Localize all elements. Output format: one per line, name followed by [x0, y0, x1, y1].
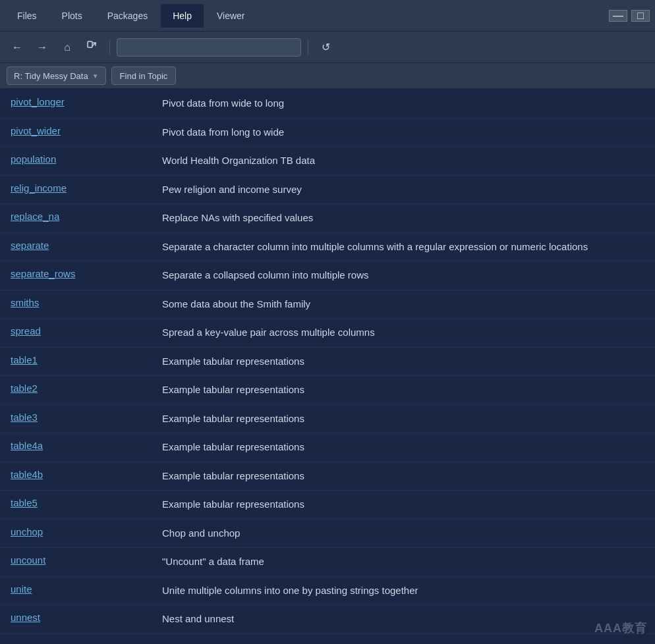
function-link[interactable]: table3	[11, 412, 38, 423]
find-in-topic-label: Find in Topic	[120, 71, 168, 81]
description-cell: Separate a character column into multipl…	[152, 232, 655, 261]
table-row: table2Example tabular representations	[0, 376, 655, 405]
tab-files[interactable]: Files	[5, 4, 49, 28]
description-text: Example tabular representations	[162, 441, 304, 452]
function-cell: relig_income	[0, 175, 152, 204]
function-cell: table4a	[0, 433, 152, 462]
description-text: Pew religion and income survey	[162, 184, 302, 195]
table-row: smithsSome data about the Smith family	[0, 290, 655, 319]
description-text: Nest and unnest	[162, 613, 234, 624]
function-cell: spread	[0, 319, 152, 348]
function-cell: population	[0, 147, 152, 176]
function-cell: pivot_wider	[0, 118, 152, 147]
function-link[interactable]: relig_income	[11, 182, 67, 194]
function-link[interactable]: pivot_longer	[11, 96, 65, 107]
function-link[interactable]: table4b	[11, 469, 43, 480]
function-link[interactable]: unnest	[11, 612, 40, 623]
function-cell: separate_rows	[0, 261, 152, 290]
function-cell: replace_na	[0, 204, 152, 233]
description-text: "Uncount" a data frame	[162, 556, 264, 567]
function-link[interactable]: smiths	[11, 297, 39, 308]
maximize-button[interactable]: □	[631, 10, 650, 22]
function-link[interactable]: unite	[11, 583, 32, 595]
home-button[interactable]: ⌂	[57, 38, 78, 57]
tab-plots[interactable]: Plots	[50, 4, 94, 28]
function-link[interactable]: pivot_wider	[11, 125, 61, 136]
table-row: populationWorld Health Organization TB d…	[0, 147, 655, 176]
description-cell: World Health Organization TB data	[152, 147, 655, 176]
watermark: AAA教育	[594, 620, 647, 636]
table-row: unchopChop and unchop	[0, 519, 655, 548]
find-in-topic-button[interactable]: Find in Topic	[111, 67, 177, 85]
table-row: separateSeparate a character column into…	[0, 232, 655, 261]
description-text: Spread a key-value pair across multiple …	[162, 327, 375, 338]
back-button[interactable]: ←	[7, 38, 28, 57]
function-link[interactable]: table1	[11, 354, 38, 365]
function-link[interactable]: separate_rows	[11, 268, 75, 279]
toolbar-separator-2	[308, 40, 308, 55]
table-row: uniteUnite multiple columns into one by …	[0, 576, 655, 605]
function-cell: table2	[0, 376, 152, 405]
description-cell: Pivot data from long to wide	[152, 118, 655, 147]
refresh-button[interactable]: ↺	[315, 38, 336, 57]
help-content: pivot_longerPivot data from wide to long…	[0, 90, 655, 644]
table-row: table3Example tabular representations	[0, 404, 655, 433]
description-cell: Example tabular representations	[152, 433, 655, 462]
description-text: Example tabular representations	[162, 384, 304, 395]
export-button[interactable]	[82, 38, 103, 57]
function-cell: table1	[0, 347, 152, 376]
description-text: Separate a character column into multipl…	[162, 241, 588, 252]
forward-button[interactable]: →	[32, 38, 53, 57]
description-cell: Example tabular representations	[152, 462, 655, 491]
function-cell: pivot_longer	[0, 90, 152, 118]
function-link[interactable]: spread	[11, 325, 41, 336]
description-text: Replace NAs with specified values	[162, 212, 313, 223]
tab-viewer[interactable]: Viewer	[205, 4, 257, 28]
function-link[interactable]: unchop	[11, 526, 43, 537]
refresh-icon: ↺	[322, 41, 330, 53]
description-cell: Spread a key-value pair across multiple …	[152, 319, 655, 348]
table-row: relig_incomePew religion and income surv…	[0, 175, 655, 204]
description-text: Example tabular representations	[162, 413, 304, 424]
address-bar: R: Tidy Messy Data ▼ Find in Topic	[0, 63, 655, 90]
minimize-button[interactable]: —	[609, 10, 627, 22]
table-row: spreadSpread a key-value pair across mul…	[0, 319, 655, 348]
description-text: World Health Organization TB data	[162, 155, 315, 166]
breadcrumb-button[interactable]: R: Tidy Messy Data ▼	[7, 67, 106, 85]
tab-packages[interactable]: Packages	[96, 4, 159, 28]
description-text: Example tabular representations	[162, 498, 304, 510]
description-text: Example tabular representations	[162, 470, 304, 481]
toolbar-separator	[109, 40, 110, 55]
description-cell: Some data about the Smith family	[152, 290, 655, 319]
tab-bar: Files Plots Packages Help Viewer — □	[0, 0, 655, 32]
function-link[interactable]: replace_na	[11, 211, 59, 222]
function-link[interactable]: table2	[11, 383, 38, 394]
description-cell: Nest and unnest	[152, 605, 655, 634]
search-input[interactable]	[117, 38, 301, 57]
table-row: pivot_widerPivot data from long to wide	[0, 118, 655, 147]
function-link[interactable]: uncount	[11, 554, 45, 566]
description-text: Example tabular representations	[162, 356, 304, 367]
description-cell: Example tabular representations	[152, 404, 655, 433]
window-controls: — □	[609, 10, 650, 22]
home-icon: ⌂	[64, 41, 71, 53]
function-cell: smiths	[0, 290, 152, 319]
chevron-down-icon: ▼	[92, 72, 99, 80]
minimize-icon: —	[613, 10, 623, 22]
description-text: Unite multiple columns into one by pasti…	[162, 585, 418, 596]
function-link[interactable]: population	[11, 153, 56, 165]
svg-rect-0	[88, 41, 92, 47]
function-cell: unchop	[0, 519, 152, 548]
function-link[interactable]: table4a	[11, 440, 43, 451]
table-row: replace_naReplace NAs with specified val…	[0, 204, 655, 233]
table-row: table4bExample tabular representations	[0, 462, 655, 491]
description-text: Pivot data from wide to long	[162, 97, 284, 109]
function-link[interactable]: separate	[11, 240, 49, 251]
table-row: unnestNest and unnest	[0, 605, 655, 634]
function-cell: separate	[0, 232, 152, 261]
back-icon: ←	[12, 41, 22, 53]
table-row: uncount"Uncount" a data frame	[0, 548, 655, 577]
tab-help[interactable]: Help	[161, 4, 204, 28]
function-link[interactable]: table5	[11, 497, 38, 508]
function-cell: table4b	[0, 462, 152, 491]
